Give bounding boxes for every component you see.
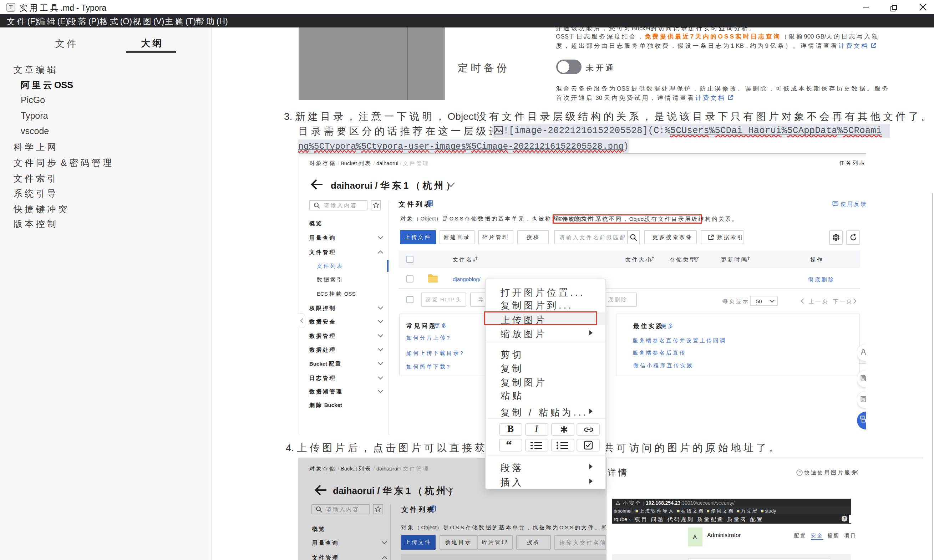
svg-text:?: ?: [799, 471, 800, 475]
svg-text:?: ?: [843, 517, 846, 521]
